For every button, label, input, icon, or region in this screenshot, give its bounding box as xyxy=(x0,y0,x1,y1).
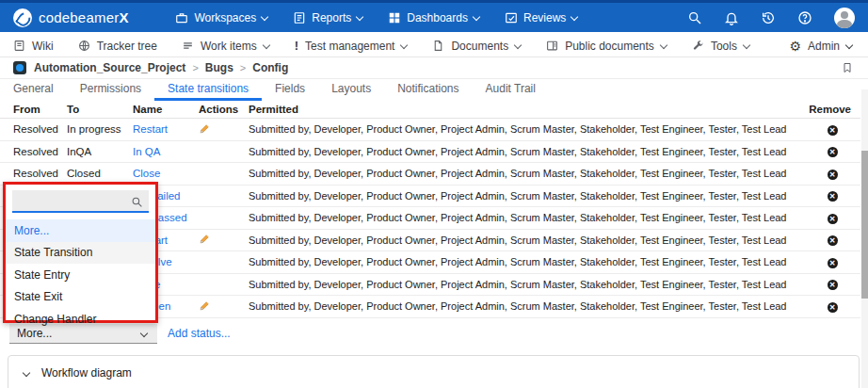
toolbar-item-label: Test management xyxy=(305,40,394,53)
cell-from: Resolved xyxy=(0,146,67,157)
chevron-down-icon xyxy=(262,14,268,21)
breadcrumb-tracker[interactable]: Bugs xyxy=(205,61,233,74)
tab-audit-trail[interactable]: Audit Trail xyxy=(473,78,549,101)
toolbar-item-label: Work items xyxy=(201,40,257,53)
breadcrumb-config[interactable]: Config xyxy=(252,61,288,74)
transition-name-link[interactable]: In QA xyxy=(133,146,160,157)
tab-notifications[interactable]: Notifications xyxy=(384,78,472,101)
public-document-icon xyxy=(546,40,558,52)
toolbar-item-public-documents[interactable]: Public documents xyxy=(546,40,667,53)
workflow-diagram-panel: Workflow diagram xyxy=(8,355,860,388)
remove-transition-button[interactable]: ✕ xyxy=(828,191,838,202)
breadcrumb-project[interactable]: Automation_Source_Project xyxy=(34,61,185,74)
toolbar-item-label: Tracker tree xyxy=(97,40,157,53)
codebeamer-logo[interactable]: codebeamerX xyxy=(13,8,128,27)
table-row: Resolved In progress Restart Submitted b… xyxy=(0,119,860,141)
help-icon[interactable] xyxy=(797,10,812,25)
vertical-scrollbar-thumb[interactable] xyxy=(861,151,868,299)
toolbar-item-admin[interactable]: ⚙ Admin xyxy=(789,40,853,53)
dropdown-option-state-exit[interactable]: State Exit xyxy=(6,286,155,309)
wrench-icon xyxy=(692,40,704,52)
workflow-diagram-toggle[interactable]: Workflow diagram xyxy=(8,356,859,380)
col-header-permitted: Permitted xyxy=(249,104,804,115)
project-icon xyxy=(13,61,26,74)
dropdown-option-state-entry[interactable]: State Entry xyxy=(6,264,155,286)
nav-reviews[interactable]: Reviews xyxy=(505,11,578,24)
nav-reviews-label: Reviews xyxy=(523,11,566,24)
tab-layouts[interactable]: Layouts xyxy=(318,78,384,101)
chevron-down-icon xyxy=(515,42,522,49)
nav-reports[interactable]: Reports xyxy=(293,11,363,24)
nav-workspaces[interactable]: Workspaces xyxy=(175,11,268,24)
dropdown-search-input[interactable] xyxy=(12,191,123,210)
toolbar-item-test-management[interactable]: ! Test management xyxy=(295,39,409,53)
search-icon xyxy=(131,195,143,212)
user-avatar[interactable] xyxy=(834,8,855,28)
cell-permitted: Submitted by, Developer, Product Owner, … xyxy=(249,190,804,202)
dropdown-option-state-transition[interactable]: State Transition xyxy=(6,242,155,265)
tab-state-transitions[interactable]: State transitions xyxy=(154,78,262,101)
remove-transition-button[interactable]: ✕ xyxy=(828,258,838,268)
top-bar-actions xyxy=(687,8,855,28)
toolbar-item-tools[interactable]: Tools xyxy=(692,40,750,53)
history-icon[interactable] xyxy=(761,10,776,25)
tab-fields[interactable]: Fields xyxy=(262,78,318,101)
chevron-down-icon xyxy=(357,14,363,21)
nav-dashboards-label: Dashboards xyxy=(407,11,468,24)
cell-permitted: Submitted by, Developer, Product Owner, … xyxy=(249,168,804,179)
add-status-link[interactable]: Add status... xyxy=(168,327,231,340)
work-items-icon xyxy=(182,40,194,52)
remove-transition-button[interactable]: ✕ xyxy=(828,125,838,136)
nav-dashboards[interactable]: Dashboards xyxy=(388,11,480,24)
remove-transition-button[interactable]: ✕ xyxy=(828,147,838,157)
report-icon xyxy=(293,11,306,24)
breadcrumb-separator: > xyxy=(192,62,198,73)
wiki-page-icon xyxy=(13,40,25,52)
toolbar-item-label: Wiki xyxy=(32,40,54,53)
edit-action-icon[interactable] xyxy=(199,233,211,245)
tab-general[interactable]: General xyxy=(0,78,67,101)
search-icon[interactable] xyxy=(687,10,702,25)
col-header-from: From xyxy=(0,104,67,115)
toolbar-item-work-items[interactable]: Work items xyxy=(182,40,270,53)
toolbar-item-documents[interactable]: Documents xyxy=(432,40,522,53)
dropdown-option-change-handler[interactable]: Change Handler xyxy=(6,308,155,331)
tab-permissions[interactable]: Permissions xyxy=(67,78,154,101)
edit-action-icon[interactable] xyxy=(199,122,211,135)
toolbar-item-label: Public documents xyxy=(565,40,654,53)
toolbar-item-label: Documents xyxy=(451,40,508,53)
cell-permitted: Submitted by, Developer, Product Owner, … xyxy=(249,256,804,267)
dropdown-option-more[interactable]: More... xyxy=(6,219,155,242)
toolbar-item-tracker-tree[interactable]: Tracker tree xyxy=(78,40,157,53)
cell-permitted: Submitted by, Developer, Product Owner, … xyxy=(249,212,804,223)
remove-transition-button[interactable]: ✕ xyxy=(828,170,838,180)
chevron-down-icon xyxy=(264,42,270,49)
gear-icon: ⚙ xyxy=(789,40,801,53)
chevron-down-icon xyxy=(24,370,30,377)
chevron-down-icon xyxy=(661,42,667,49)
remove-transition-button[interactable]: ✕ xyxy=(828,235,838,246)
remove-transition-button[interactable]: ✕ xyxy=(828,302,838,313)
bookmark-icon[interactable] xyxy=(842,61,853,74)
page: codebeamerX Workspaces Reports Dashboard… xyxy=(0,0,868,388)
cell-to: Closed xyxy=(67,168,133,179)
transition-name-link[interactable]: Close xyxy=(133,168,160,179)
cell-from: Resolved xyxy=(0,168,67,179)
transition-name-link[interactable]: Restart xyxy=(133,123,168,135)
admin-label: Admin xyxy=(808,40,840,53)
edit-action-icon[interactable] xyxy=(199,299,211,312)
col-header-actions: Actions xyxy=(199,104,249,115)
notifications-bell-icon[interactable] xyxy=(724,10,739,25)
breadcrumb: Automation_Source_Project > Bugs > Confi… xyxy=(0,57,868,79)
cell-permitted: Submitted by, Developer, Product Owner, … xyxy=(249,234,804,246)
cell-permitted: Submitted by, Developer, Product Owner, … xyxy=(249,146,804,157)
cell-from: Resolved xyxy=(0,123,67,135)
briefcase-icon xyxy=(175,11,188,24)
review-icon xyxy=(505,11,518,24)
toolbar-item-wiki[interactable]: Wiki xyxy=(13,40,54,53)
dropdown-search-box[interactable] xyxy=(12,190,149,213)
chevron-down-icon xyxy=(846,42,853,49)
dropdown-options: More... State Transition State Entry Sta… xyxy=(6,219,155,331)
remove-transition-button[interactable]: ✕ xyxy=(828,214,838,224)
remove-transition-button[interactable]: ✕ xyxy=(828,280,838,290)
